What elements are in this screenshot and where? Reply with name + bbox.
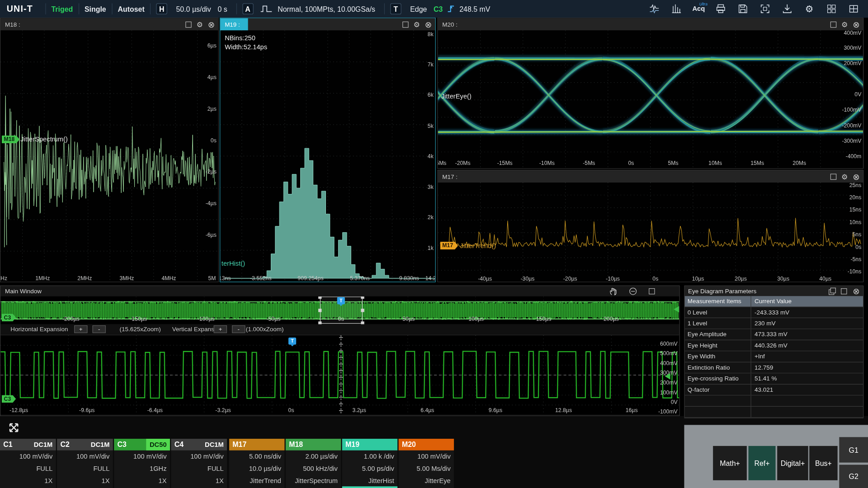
g2-button[interactable]: G2 xyxy=(839,465,868,488)
axis-tick-label: 20ns xyxy=(849,194,862,200)
digital-add-button[interactable]: Digital+ xyxy=(777,446,808,480)
trigger-flag[interactable]: T xyxy=(288,338,296,345)
channel-card-m19[interactable]: M191.00 k /div5.00 ps/divJitterHist xyxy=(342,439,397,488)
selection-handle[interactable] xyxy=(318,296,321,299)
h-expand-minus-button[interactable]: - xyxy=(92,325,105,333)
zoom-out-icon[interactable] xyxy=(629,287,637,295)
table-row[interactable]: 0 Level-243.333 mV xyxy=(685,307,863,318)
single-button[interactable]: Single xyxy=(85,5,106,13)
close-icon[interactable]: ⊗ xyxy=(853,172,859,180)
math-add-button[interactable]: Math+ xyxy=(713,446,747,480)
close-icon[interactable]: ⊗ xyxy=(208,20,215,28)
fullscreen-icon[interactable] xyxy=(755,2,775,16)
settings-gear-icon[interactable]: ⚙ xyxy=(413,21,420,28)
histogram-plot[interactable]: NBins:250 Width:52.14ps terHist() 13ns-3… xyxy=(220,30,435,282)
v-expand-plus-button[interactable]: + xyxy=(214,325,227,333)
maximize-icon[interactable] xyxy=(185,21,191,27)
trigger-menu-button[interactable]: T xyxy=(390,3,401,14)
v-expand-minus-button[interactable]: - xyxy=(232,325,245,333)
acquisition-mode-button[interactable]: Acq Ultra xyxy=(689,2,708,16)
window-titlebar[interactable]: M17 : ⚙ ⊗ xyxy=(438,170,863,183)
timebase-scale[interactable]: 50.0 µs/div xyxy=(176,5,211,13)
spectrum-plot[interactable]: M18 JitterSpectrum() Hz1MHz2MHz3MHz4MHz5… xyxy=(0,30,218,282)
table-row[interactable]: Eye-crossing Ratio51.41 % xyxy=(685,374,863,385)
axis-tick-label: 600mV xyxy=(660,341,678,347)
settings-gear-icon[interactable]: ⚙ xyxy=(841,21,848,28)
zoom-waveform-area[interactable]: T C3 -12.8µs-9.6µs-6.4µs-3.2µs0s3.2µs6.4… xyxy=(0,335,679,414)
table-row[interactable]: Eye Width+Inf xyxy=(685,352,863,362)
close-icon[interactable]: ⊗ xyxy=(853,287,859,295)
selection-handle[interactable] xyxy=(361,309,364,312)
apps-grid-icon[interactable] xyxy=(821,2,841,16)
trigger-level[interactable]: 248.5 mV xyxy=(459,5,490,13)
overview-strip[interactable]: T C3 -200µs-150µs-100µs-50µs0s50µs100µs1… xyxy=(0,296,679,324)
table-row[interactable]: Extinction Ratio12.759 xyxy=(685,362,863,373)
trend-plot[interactable]: M17 JitterTrend() -40µs-30µs-20µs-10µs0s… xyxy=(438,183,863,282)
channel-card-c3[interactable]: C3DC50100 mV/div1GHz1X xyxy=(114,439,170,488)
g1-button[interactable]: G1 xyxy=(839,437,868,462)
eye-diagram-plot[interactable]: JitterEye() 5Ms-20Ms-15Ms-10Ms-5Ms0s5Ms1… xyxy=(438,30,863,168)
selection-handle[interactable] xyxy=(318,309,321,312)
selection-handle[interactable] xyxy=(318,321,321,324)
pan-hand-icon[interactable] xyxy=(609,287,617,295)
trigger-source[interactable]: C3 xyxy=(434,5,443,13)
axis-tick-label: -5ns xyxy=(850,256,861,262)
channel-card-c4[interactable]: C4DC1M100 mV/divFULL1X xyxy=(171,439,227,488)
selection-handle[interactable] xyxy=(361,321,364,324)
trace-badge-m17[interactable]: M17 xyxy=(440,242,458,249)
move-tool-icon[interactable] xyxy=(7,421,21,435)
bus-add-button[interactable]: Bus+ xyxy=(809,446,837,480)
selection-handle[interactable] xyxy=(361,296,364,299)
maximize-icon[interactable] xyxy=(830,21,836,27)
divider xyxy=(236,3,236,14)
channel-setting: 5.00 ps/div xyxy=(342,463,397,475)
window-titlebar[interactable]: M20 : ⚙ ⊗ xyxy=(438,18,863,30)
table-row-empty xyxy=(685,396,863,407)
print-icon[interactable] xyxy=(711,2,731,16)
table-row-empty xyxy=(685,407,863,418)
acquisition-info[interactable]: Normal, 100MPts, 10.00GSa/s xyxy=(278,5,375,13)
settings-gear-icon[interactable]: ⚙ xyxy=(799,2,819,16)
window-titlebar[interactable]: M19 : ⚙ ⊗ xyxy=(220,18,435,30)
window-title: M18 : xyxy=(0,21,20,28)
close-icon[interactable]: ⊗ xyxy=(425,20,432,28)
autoset-button[interactable]: Autoset xyxy=(118,5,144,13)
histogram-tool-icon[interactable] xyxy=(666,2,686,16)
table-row[interactable]: Eye Amplitude473.333 mV xyxy=(685,329,863,340)
maximize-icon[interactable] xyxy=(402,21,408,27)
maximize-icon[interactable] xyxy=(830,174,836,179)
h-expand-plus-button[interactable]: + xyxy=(74,325,87,333)
settings-gear-icon[interactable]: ⚙ xyxy=(841,173,848,180)
close-icon[interactable]: ⊗ xyxy=(853,20,859,28)
horizontal-menu-button[interactable]: H xyxy=(156,3,167,14)
settings-gear-icon[interactable]: ⚙ xyxy=(196,21,203,28)
channel-card-m20[interactable]: M20100 mV/div5.00 Ms/divJitterEye xyxy=(399,439,454,488)
trace-badge-m18[interactable]: M18 xyxy=(2,136,20,143)
table-row[interactable]: 1 Level230 mV xyxy=(685,318,863,329)
channel-card-m18[interactable]: M182.00 µs/div500 kHz/divJitterSpectrum xyxy=(286,439,341,488)
timebase-offset[interactable]: 0 s xyxy=(217,5,227,13)
window-titlebar[interactable]: M18 : ⚙ ⊗ xyxy=(0,18,218,30)
acquire-menu-button[interactable]: A xyxy=(242,3,253,14)
table-row[interactable]: Eye Height440.326 mV xyxy=(685,340,863,351)
compare-waveform-icon[interactable] xyxy=(644,2,664,16)
trigger-flag[interactable]: T xyxy=(337,297,345,305)
multi-window-icon[interactable] xyxy=(844,2,863,16)
trigger-type[interactable]: Edge xyxy=(410,5,427,13)
toolbar-icons: Acq Ultra ⚙ xyxy=(644,2,863,16)
axis-tick-label: 5Ms xyxy=(668,160,678,166)
channel-card-c2[interactable]: C2DC1M100 mV/divFULL1X xyxy=(57,439,113,488)
maximize-icon[interactable] xyxy=(841,288,847,294)
panel-titlebar[interactable]: Eye Diagram Parameters ⊗ xyxy=(685,286,863,296)
channel-card-m17[interactable]: M175.00 ns/div10.0 µs/divJitterTrend xyxy=(229,439,284,488)
save-icon[interactable] xyxy=(733,2,753,16)
measurement-item: Eye Amplitude xyxy=(685,329,751,340)
axis-tick-label: -100µs xyxy=(198,316,215,322)
copy-icon[interactable] xyxy=(829,288,836,295)
maximize-icon[interactable] xyxy=(649,288,655,294)
table-row[interactable]: Q-factor43.021 xyxy=(685,385,863,395)
divider xyxy=(112,3,112,14)
ref-add-button[interactable]: Ref+ xyxy=(749,446,776,480)
channel-card-c1[interactable]: C1DC1M100 mV/divFULL1X xyxy=(0,439,56,488)
export-icon[interactable] xyxy=(777,2,797,16)
